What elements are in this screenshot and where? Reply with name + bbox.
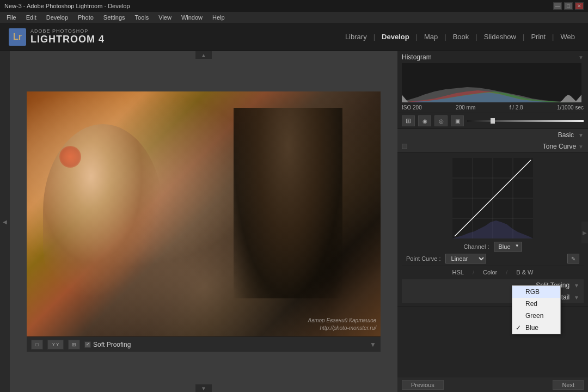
histogram-toggle[interactable]: ▼: [578, 54, 584, 60]
minimize-button[interactable]: —: [553, 2, 562, 10]
bottom-toolbar: □ Y Y ⊞ ✓ Soft Proofing ▼: [27, 336, 381, 352]
dropdown-item-rgb[interactable]: RGB: [512, 286, 560, 298]
exif-focal: 200 mm: [456, 105, 475, 111]
tone-curve-graph: [452, 158, 533, 238]
logo-text: ADOBE PHOTOSHOP LIGHTROOM 4: [30, 28, 105, 45]
brush-slider[interactable]: [467, 120, 584, 122]
tone-curve-section: Tone Curve ▼: [397, 141, 588, 307]
brush-slider-thumb: [491, 118, 495, 124]
right-panel-toggle[interactable]: ▶: [581, 222, 588, 243]
expand-icon[interactable]: ▼: [370, 341, 376, 348]
menu-window[interactable]: Window: [177, 14, 207, 21]
curve-edit-button[interactable]: ✎: [567, 254, 579, 264]
histogram-title: Histogram: [402, 53, 432, 61]
tone-curve-icon: [402, 144, 407, 149]
channel-dropdown: RGB Red Green Blue: [512, 285, 561, 334]
spot-removal-tool[interactable]: ◉: [418, 115, 431, 126]
left-panel-toggle[interactable]: ◀: [0, 51, 10, 392]
menu-help[interactable]: Help: [208, 14, 229, 21]
adobe-line: ADOBE PHOTOSHOP: [30, 28, 105, 34]
watermark: Автор Евгений Карташов http://photo-mons…: [308, 317, 376, 332]
photo-container: Автор Евгений Карташов http://photo-mons…: [27, 91, 381, 336]
redeye-tool[interactable]: ◎: [434, 115, 448, 126]
tool-row: ⊞ ◉ ◎ ▣: [397, 113, 588, 129]
nav-library[interactable]: Library: [341, 30, 371, 43]
close-button[interactable]: ✕: [575, 2, 584, 10]
menu-develop[interactable]: Develop: [42, 14, 72, 21]
nav-map[interactable]: Map: [420, 30, 442, 43]
dropdown-item-blue[interactable]: Blue: [512, 322, 560, 334]
view-mode-btn[interactable]: □: [31, 340, 43, 350]
compare-btn[interactable]: ⊞: [68, 340, 80, 350]
tone-curve-header[interactable]: Tone Curve ▼: [397, 141, 588, 152]
curve-histogram-fill: [452, 220, 533, 238]
menu-edit[interactable]: Edit: [22, 14, 41, 21]
title-bar: New-3 - Adobe Photoshop Lightroom - Deve…: [0, 0, 588, 12]
basic-section-header[interactable]: Basic ▼: [397, 129, 588, 141]
top-panel-toggle[interactable]: ▲: [195, 51, 212, 59]
split-toning-toggle: ▼: [574, 283, 579, 289]
nav-book[interactable]: Book: [449, 30, 474, 43]
menu-photo[interactable]: Photo: [74, 14, 98, 21]
dropdown-item-red[interactable]: Red: [512, 298, 560, 310]
nav-develop[interactable]: Develop: [377, 30, 414, 43]
nav-links: Library | Develop | Map | Book | Slidesh…: [341, 30, 579, 43]
hsl-tabs: HSL / Color / B & W: [402, 266, 584, 278]
detail-toggle-icon: ▼: [574, 295, 579, 301]
basic-toggle-icon: ▼: [578, 132, 584, 138]
right-panel: Histogram ▼: [397, 51, 588, 392]
crop-tool[interactable]: ⊞: [402, 115, 415, 126]
image-area: ▲ Автор Евгений Карташов http://photo-mo…: [10, 51, 397, 392]
previous-button[interactable]: Previous: [402, 380, 444, 390]
exif-iso: ISO 200: [402, 105, 422, 111]
histogram-section: Histogram ▼: [397, 51, 588, 113]
window-controls[interactable]: — □ ✕: [553, 2, 584, 10]
tone-curve-body: Channel : Blue Point Curve : Linear ✎: [397, 152, 588, 307]
menu-view[interactable]: View: [154, 14, 176, 21]
nav-web[interactable]: Web: [556, 30, 580, 43]
histogram-canvas: [402, 63, 581, 102]
logo-area: Lr ADOBE PHOTOSHOP LIGHTROOM 4: [9, 28, 105, 46]
menu-settings[interactable]: Settings: [99, 14, 130, 21]
next-button[interactable]: Next: [553, 380, 584, 390]
maximize-button[interactable]: □: [564, 2, 573, 10]
hist-white-point: [575, 95, 581, 102]
graduated-filter-tool[interactable]: ▣: [451, 115, 464, 126]
curve-svg: [452, 158, 533, 238]
up-arrow-icon: ▲: [201, 52, 206, 58]
point-curve-select[interactable]: Linear: [445, 254, 486, 264]
tone-curve-label: Tone Curve: [409, 143, 578, 150]
lr-badge: Lr: [9, 28, 26, 46]
bottom-panel-toggle[interactable]: ▼: [195, 384, 212, 392]
before-after-btn[interactable]: Y Y: [47, 340, 64, 350]
nav-slideshow[interactable]: Slideshow: [480, 30, 520, 43]
watermark-line1: Автор Евгений Карташов: [308, 317, 376, 324]
brush-slider-container: [467, 120, 584, 122]
channel-value: Blue: [499, 243, 511, 250]
window-title: New-3 - Adobe Photoshop Lightroom - Deve…: [4, 3, 130, 9]
menu-file[interactable]: File: [2, 14, 21, 21]
channel-row: Channel : Blue: [402, 242, 584, 252]
left-arrow-icon: ◀: [3, 219, 7, 225]
basic-section-label: Basic: [558, 131, 574, 139]
channel-select-button[interactable]: Blue: [494, 242, 522, 252]
hsl-tab[interactable]: HSL: [450, 268, 466, 277]
bw-tab[interactable]: B & W: [514, 268, 535, 277]
tone-curve-toggle[interactable]: ▼: [578, 144, 584, 150]
photo: Автор Евгений Карташов http://photo-mons…: [27, 91, 381, 336]
soft-proofing-label: Soft Proofing: [93, 341, 131, 348]
histogram-svg: [402, 63, 581, 102]
exif-aperture: f / 2.8: [510, 105, 523, 111]
exif-info: ISO 200 200 mm f / 2.8 1/1000 sec: [402, 105, 584, 111]
dropdown-item-green[interactable]: Green: [512, 310, 560, 322]
lr-line: LIGHTROOM 4: [30, 34, 105, 45]
content-area: ◀ ▲ Автор Евгений Карташов http://pho: [0, 51, 588, 392]
soft-proofing-checkbox[interactable]: ✓: [84, 341, 91, 348]
point-curve-row: Point Curve : Linear ✎: [402, 252, 584, 266]
menu-tools[interactable]: Tools: [131, 14, 154, 21]
color-tab[interactable]: Color: [481, 268, 499, 277]
nav-print[interactable]: Print: [526, 30, 550, 43]
watermark-line2: http://photo-monster.ru/: [308, 324, 376, 332]
exif-shutter: 1/1000 sec: [557, 105, 584, 111]
channel-label: Channel :: [463, 243, 489, 250]
